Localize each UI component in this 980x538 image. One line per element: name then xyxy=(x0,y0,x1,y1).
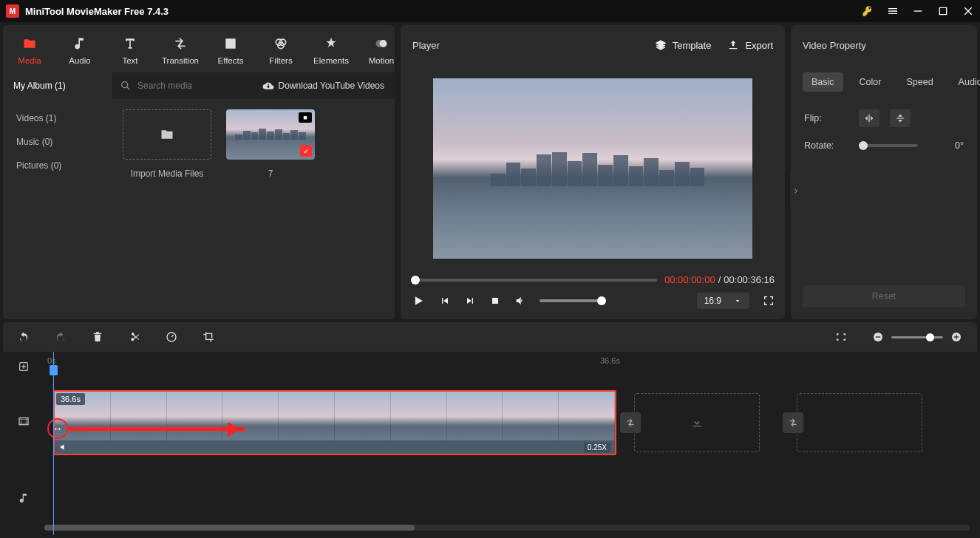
next-frame-button[interactable] xyxy=(464,295,476,307)
tool-transition-label: Transition xyxy=(162,56,199,65)
speed-button[interactable] xyxy=(166,331,177,343)
menu-icon[interactable] xyxy=(887,5,899,17)
cloud-download-icon xyxy=(262,80,274,92)
trim-handle-icon: ↔ xyxy=(47,418,68,439)
titlebar: M MiniTool MovieMaker Free 7.4.3 xyxy=(0,0,980,22)
media-clip-item[interactable]: ■ ✓ 7 xyxy=(226,109,315,179)
timeline-clip[interactable]: 36.6s ↔ 0.25X xyxy=(53,390,616,455)
svg-rect-9 xyxy=(876,336,881,337)
tab-speed[interactable]: Speed xyxy=(897,72,942,92)
main-toolbar: Media Audio Text Transition Effects Filt… xyxy=(3,25,395,72)
tab-basic[interactable]: Basic xyxy=(803,72,843,92)
speaker-icon xyxy=(59,443,68,452)
empty-slot[interactable] xyxy=(797,393,922,452)
preview-area xyxy=(401,65,785,271)
crop-button[interactable] xyxy=(203,331,214,343)
arrow-icon xyxy=(68,427,245,431)
app-title: MiniTool MovieMaker Free 7.4.3 xyxy=(25,6,169,17)
export-icon xyxy=(727,39,739,51)
tool-elements[interactable]: Elements xyxy=(307,31,355,72)
trim-annotation: ↔ xyxy=(47,418,245,439)
collapse-panel-button[interactable]: › xyxy=(790,173,802,208)
tool-effects[interactable]: Effects xyxy=(207,31,254,72)
fit-button[interactable] xyxy=(835,331,847,343)
properties-title: Video Property xyxy=(803,40,866,51)
svg-rect-12 xyxy=(956,335,956,340)
folder-icon xyxy=(160,127,174,142)
import-media-label: Import Media Files xyxy=(131,168,204,179)
export-button[interactable]: Export xyxy=(727,39,773,51)
volume-slider[interactable] xyxy=(540,299,606,302)
download-youtube-button[interactable]: Download YouTube Videos xyxy=(252,80,395,92)
tool-motion[interactable]: Motion xyxy=(358,31,405,72)
search-input[interactable] xyxy=(137,81,226,91)
template-icon xyxy=(655,39,667,51)
properties-panel: › Video Property Basic Color Speed Audio… xyxy=(791,25,977,319)
tool-text[interactable]: Text xyxy=(106,31,154,72)
transition-slot-icon[interactable] xyxy=(783,412,803,433)
chevron-down-icon xyxy=(733,296,742,305)
tool-media[interactable]: Media xyxy=(6,31,53,72)
total-time: 00:00:36:16 xyxy=(724,274,775,285)
template-button[interactable]: Template xyxy=(655,39,712,51)
zoom-in-button[interactable] xyxy=(950,331,962,343)
undo-button[interactable] xyxy=(18,331,30,343)
reset-button[interactable]: Reset xyxy=(803,285,965,307)
zoom-out-button[interactable] xyxy=(872,331,884,343)
tab-color[interactable]: Color xyxy=(851,72,891,92)
tool-effects-label: Effects xyxy=(218,56,244,65)
split-button[interactable] xyxy=(129,331,140,343)
empty-slot[interactable] xyxy=(634,393,760,452)
audio-track-icon[interactable] xyxy=(3,483,44,513)
tool-motion-label: Motion xyxy=(369,56,395,65)
delete-button[interactable] xyxy=(92,331,103,343)
tool-filters[interactable]: Filters xyxy=(257,31,304,72)
tool-audio[interactable]: Audio xyxy=(56,31,103,72)
flip-vertical-button[interactable] xyxy=(890,109,911,127)
sidebar-item-videos[interactable]: Videos (1) xyxy=(3,106,112,130)
clip-duration-badge: 36.6s xyxy=(56,393,85,405)
sidebar-item-pictures[interactable]: Pictures (0) xyxy=(3,154,112,177)
svg-rect-14 xyxy=(19,418,28,424)
rotate-slider[interactable] xyxy=(859,144,918,147)
app-logo: M xyxy=(6,4,19,18)
zoom-slider[interactable] xyxy=(891,336,943,338)
svg-rect-6 xyxy=(492,298,498,304)
timeline-scrollbar[interactable] xyxy=(44,525,970,531)
close-button[interactable] xyxy=(962,5,974,17)
drop-icon xyxy=(691,417,703,429)
player-title: Player xyxy=(412,40,440,51)
rotate-label: Rotate: xyxy=(804,140,848,151)
template-label: Template xyxy=(673,40,712,51)
sidebar-item-music[interactable]: Music (0) xyxy=(3,130,112,154)
prev-frame-button[interactable] xyxy=(439,295,451,307)
tab-my-album[interactable]: My Album (1) xyxy=(3,72,112,99)
aspect-ratio-select[interactable]: 16:9 xyxy=(697,293,749,309)
flip-horizontal-button[interactable] xyxy=(859,109,879,127)
minimize-button[interactable] xyxy=(912,5,924,17)
stop-button[interactable] xyxy=(489,295,501,307)
export-label: Export xyxy=(745,40,773,51)
video-track-icon[interactable] xyxy=(3,406,44,436)
redo-button[interactable] xyxy=(55,331,67,343)
current-time: 00:00:00:00 xyxy=(664,274,715,285)
tool-audio-label: Audio xyxy=(69,56,90,65)
player-panel: Player Template Export 00:00:00:00 / 00:… xyxy=(401,25,785,319)
used-check-icon: ✓ xyxy=(300,145,312,157)
svg-point-4 xyxy=(376,40,384,47)
maximize-button[interactable] xyxy=(937,5,949,17)
add-track-button[interactable] xyxy=(3,352,44,381)
play-button[interactable] xyxy=(411,293,426,308)
svg-point-5 xyxy=(122,82,128,88)
activate-icon[interactable] xyxy=(862,5,874,17)
tab-audio[interactable]: Audio xyxy=(950,72,980,92)
progress-bar[interactable] xyxy=(411,279,657,282)
volume-icon[interactable] xyxy=(514,295,526,307)
fullscreen-button[interactable] xyxy=(763,295,775,307)
playhead[interactable] xyxy=(53,352,54,535)
tool-transition[interactable]: Transition xyxy=(157,31,204,72)
import-media-button[interactable]: Import Media Files xyxy=(123,109,211,179)
timeline-ruler[interactable]: 0s 36.6s xyxy=(44,352,977,380)
tool-elements-label: Elements xyxy=(313,56,349,65)
transition-slot-icon[interactable] xyxy=(620,412,641,433)
